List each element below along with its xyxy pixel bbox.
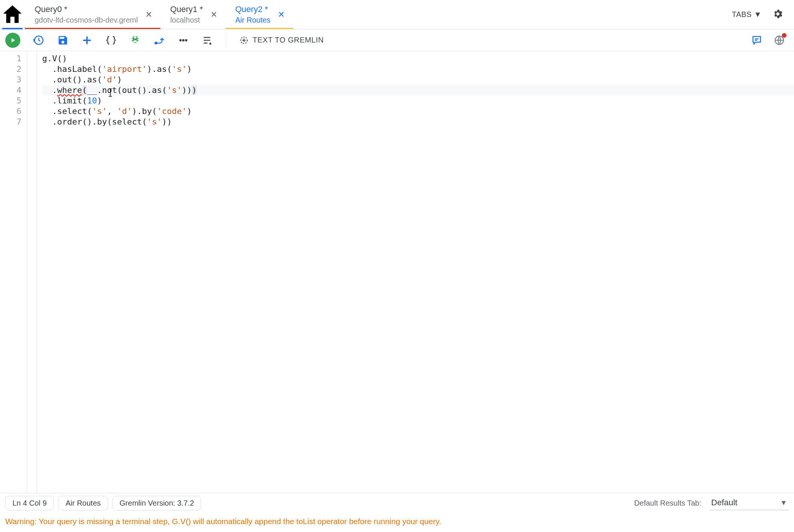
chevron-down-icon: ▼ xyxy=(754,10,762,19)
text-cursor-icon xyxy=(108,88,113,97)
code-line: .hasLabel('airport').as('s') xyxy=(42,64,794,74)
results-tab-dropdown[interactable]: Default ▾ xyxy=(710,496,789,510)
tab-subtitle: localhost xyxy=(170,15,203,25)
close-icon[interactable]: ✕ xyxy=(278,10,285,20)
line-number: 7 xyxy=(0,117,21,127)
line-number: 1 xyxy=(0,53,21,64)
text-to-gremlin-button[interactable]: TEXT TO GREMLIN xyxy=(239,35,324,45)
connection-chip[interactable]: Air Routes xyxy=(58,496,108,511)
tab-title: Query0 * xyxy=(35,4,138,15)
svg-point-3 xyxy=(185,39,187,41)
fold-gutter xyxy=(27,51,37,493)
cursor-position-chip[interactable]: Ln 4 Col 9 xyxy=(5,496,54,511)
tabs: Query0 * gdotv-ltd-cosmos-db-dev.greml ✕… xyxy=(25,0,293,29)
home-icon xyxy=(0,2,25,27)
run-button[interactable] xyxy=(5,33,20,48)
ai-icon xyxy=(239,35,249,45)
route-button[interactable] xyxy=(154,35,165,46)
save-button[interactable] xyxy=(57,35,69,46)
results-tab-label: Default Results Tab: xyxy=(634,499,701,508)
gremlin-version-chip[interactable]: Gremlin Version: 3.7.2 xyxy=(113,496,201,511)
line-number: 4 xyxy=(0,85,21,96)
code-line: .order().by(select('s')) xyxy=(42,117,794,127)
close-icon[interactable]: ✕ xyxy=(210,10,217,20)
bug-icon xyxy=(130,35,141,46)
svg-point-1 xyxy=(179,39,181,41)
line-number: 5 xyxy=(0,96,21,106)
chevron-down-icon: ▾ xyxy=(782,498,786,508)
settings-button[interactable] xyxy=(772,8,783,21)
line-number-gutter: 1 2 3 4 5 6 7 xyxy=(0,51,27,493)
chat-icon xyxy=(751,35,762,46)
add-button[interactable] xyxy=(81,35,93,46)
tab-subtitle: Air Routes xyxy=(235,15,270,25)
globe-button[interactable] xyxy=(774,35,785,46)
code-area[interactable]: g.V() .hasLabel('airport').as('s') .out(… xyxy=(37,51,794,493)
tab-title: Query2 * xyxy=(235,4,270,15)
tabs-menu-label: TABS xyxy=(732,10,752,19)
line-number: 6 xyxy=(0,106,21,117)
code-line: g.V() xyxy=(42,53,794,64)
list-star-icon xyxy=(202,35,213,46)
dropdown-value: Default xyxy=(711,498,738,508)
globe-icon xyxy=(774,35,785,46)
toolbar: TEXT TO GREMLIN xyxy=(0,29,794,51)
text-to-gremlin-label: TEXT TO GREMLIN xyxy=(253,36,324,44)
svg-point-0 xyxy=(155,42,157,44)
route-icon xyxy=(154,35,165,46)
history-icon xyxy=(33,35,44,46)
tab-query1[interactable]: Query1 * localhost ✕ xyxy=(160,0,226,29)
tab-query2[interactable]: Query2 * Air Routes ✕ xyxy=(226,0,293,29)
code-line: .where(__.not(out().as('s'))) xyxy=(42,85,794,96)
tab-bar: Query0 * gdotv-ltd-cosmos-db-dev.greml ✕… xyxy=(0,0,794,29)
debug-button[interactable] xyxy=(130,35,141,46)
code-line: .out().as('d') xyxy=(42,74,794,85)
plus-icon xyxy=(81,35,93,46)
close-icon[interactable]: ✕ xyxy=(145,10,152,20)
tab-subtitle: gdotv-ltd-cosmos-db-dev.greml xyxy=(35,15,138,25)
more-icon xyxy=(178,35,189,46)
status-bar: Ln 4 Col 9 Air Routes Gremlin Version: 3… xyxy=(0,493,794,513)
code-line: .limit(10) xyxy=(42,96,794,106)
tab-query0[interactable]: Query0 * gdotv-ltd-cosmos-db-dev.greml ✕ xyxy=(25,0,160,29)
toolbar-separator xyxy=(226,34,226,47)
line-number: 2 xyxy=(0,64,21,74)
warning-message: Warning: Your query is missing a termina… xyxy=(0,513,794,532)
history-button[interactable] xyxy=(33,35,44,46)
save-icon xyxy=(57,35,69,46)
braces-button[interactable] xyxy=(105,35,117,46)
gear-icon xyxy=(772,8,783,20)
play-icon xyxy=(9,36,17,44)
tabs-menu-button[interactable]: TABS ▼ xyxy=(732,10,762,19)
code-editor[interactable]: 1 2 3 4 5 6 7 g.V() .hasLabel('airport')… xyxy=(0,51,794,493)
code-line: .select('s', 'd').by('code') xyxy=(42,106,794,117)
line-number: 3 xyxy=(0,74,21,85)
more-button[interactable] xyxy=(178,35,189,46)
braces-icon xyxy=(105,35,117,46)
home-button[interactable] xyxy=(0,0,25,29)
tab-title: Query1 * xyxy=(170,4,203,15)
svg-point-2 xyxy=(182,39,184,41)
format-button[interactable] xyxy=(202,35,213,46)
comments-button[interactable] xyxy=(751,35,762,46)
